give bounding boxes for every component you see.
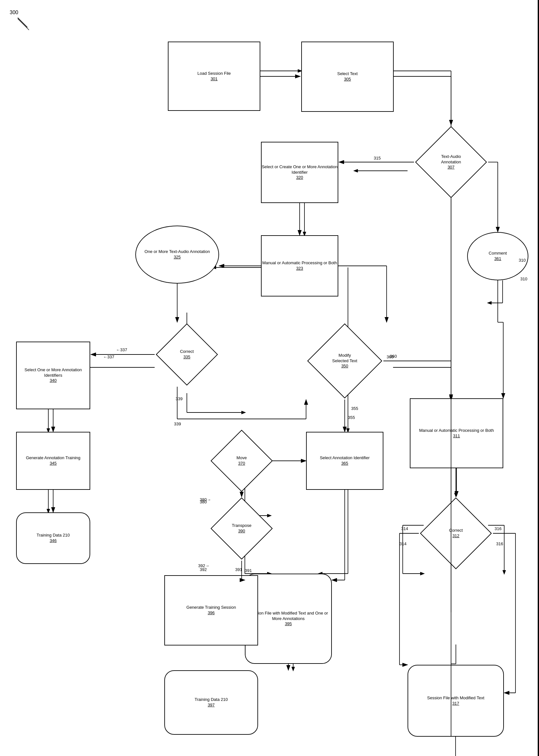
one-or-more-text-audio-325: One or More Text-Audio Annotation 325 [135,225,219,284]
svg-text:355: 355 [348,415,355,420]
arrow-label-310: 310 [519,258,526,263]
manual-auto-311: Manual or Automatic Processing or Both 3… [410,398,503,468]
svg-line-44 [18,19,29,30]
text-audio-annotation-307-diamond: Text-Audio Annotation 307 [414,125,488,199]
training-data-397: Training Data 210 397 [164,670,258,735]
select-annotation-identifiers-340: Select One or More Annotation Identifier… [16,342,90,409]
arrow-label-314: 314 [400,542,407,546]
arrow-label-316: 316 [496,542,503,546]
arrow-label-360: 360 [387,355,394,359]
svg-text:314: 314 [401,526,408,531]
svg-line-0 [18,18,28,27]
select-text-305: Select Text 305 [301,42,394,112]
session-file-317: Session File with Modified Text 317 [408,665,504,737]
load-session-file-301: Load Session File 301 [168,42,260,111]
svg-text:310: 310 [520,277,527,281]
svg-text:←337: ←337 [116,347,127,352]
training-data-346: Training Data 210 346 [16,512,90,564]
select-create-annotation-320: Select or Create One or More Annotation … [261,142,338,203]
svg-text:316: 316 [495,526,501,531]
arrow-label-337: ←337 [103,355,115,359]
correct-335-diamond: Correct 335 [155,322,219,387]
select-annotation-identifier-365: Select Annotation Identifier 365 [306,432,383,490]
comment-361: Comment 361 [467,232,528,280]
arrow-label-391: 391 [235,567,242,572]
generate-training-session-396: Generate Training Session 396 [164,575,258,645]
svg-text:315: 315 [374,156,381,160]
arrow-label-339: 339 [176,396,183,401]
arrow-label-380: 380 [200,499,207,504]
correct-312-diamond: Correct 312 [419,496,493,570]
modify-selected-text-350-diamond: Modify Selected Text 350 [306,322,383,400]
ref-label-300: 300 [10,10,18,16]
arrow-label-392: 392 [200,567,207,572]
arrow-label-355: 355 [351,406,358,411]
svg-text:391: 391 [245,568,252,573]
svg-text:339: 339 [174,422,181,426]
flowchart-diagram: 300 [0,0,539,756]
transpose-390-diamond: Transpose 390 [209,496,274,561]
border-right [538,0,539,756]
move-370-diamond: Move 370 [209,429,274,493]
generate-annotation-training-345: Generate Annotation Training 345 [16,432,90,490]
manual-auto-323: Manual or Automatic Processing or Both 3… [261,235,338,296]
